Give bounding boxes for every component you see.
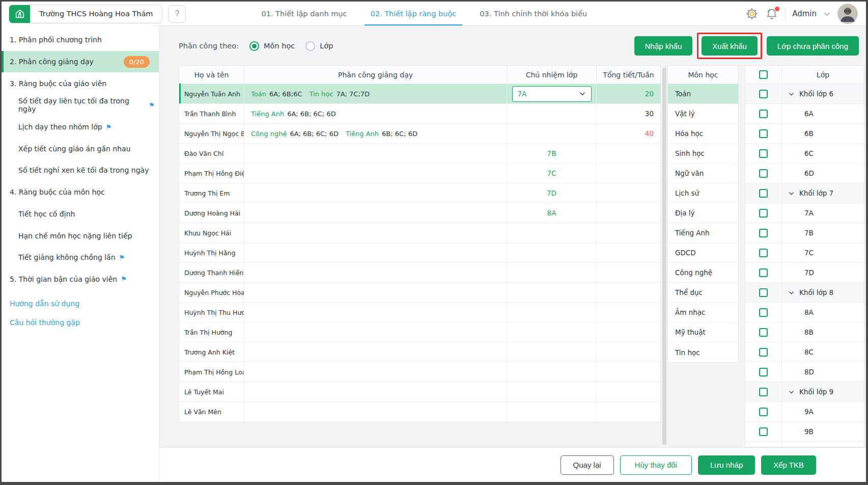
class-checkbox[interactable] <box>759 348 768 357</box>
back-button[interactable]: Quay lại <box>561 455 614 475</box>
chevron-down-icon[interactable] <box>823 10 831 18</box>
table-row[interactable]: Lê Tuyết Mai <box>179 382 660 402</box>
export-button[interactable]: Xuất khẩu <box>702 36 758 56</box>
table-row[interactable]: Đào Văn Chí7B <box>179 144 660 164</box>
class-checkbox[interactable] <box>759 149 768 158</box>
class-row[interactable]: 6A <box>745 104 864 124</box>
class-row[interactable]: 9B <box>745 422 864 442</box>
chevron-down-icon[interactable] <box>788 289 795 296</box>
cancel-changes-button[interactable]: Hủy thay đổi <box>620 455 692 475</box>
avatar[interactable] <box>837 4 858 24</box>
settings-button[interactable] <box>745 7 759 20</box>
class-row[interactable]: 7C <box>745 243 864 263</box>
table-row[interactable]: Huỳnh Thị Thu Hương <box>179 303 660 322</box>
sidebar-item[interactable]: Hạn chế môn học nặng liên tiếp <box>2 225 159 247</box>
class-checkbox[interactable] <box>759 169 768 178</box>
class-row[interactable]: Khối lớp 9 <box>745 382 864 402</box>
sidebar-link[interactable]: Câu hỏi thường gặp <box>2 313 159 332</box>
sidebar-link[interactable]: Hướng dẫn sử dụng <box>2 294 159 313</box>
notifications-button[interactable] <box>765 7 778 20</box>
select-all-checkbox[interactable] <box>759 70 768 79</box>
class-checkbox[interactable] <box>759 90 768 98</box>
class-checkbox[interactable] <box>759 249 768 257</box>
subject-item[interactable]: Sinh học <box>668 144 738 164</box>
class-checkbox[interactable] <box>759 229 768 237</box>
class-row[interactable]: Khối lớp 6 <box>745 84 864 104</box>
radio-unselected-icon[interactable] <box>305 41 315 51</box>
class-row[interactable] <box>745 442 864 447</box>
help-button[interactable]: ? <box>168 5 186 23</box>
class-checkbox[interactable] <box>759 268 768 277</box>
class-row[interactable]: 6D <box>745 164 864 183</box>
tab-step-1[interactable]: 01. Thiết lập danh mục <box>261 2 347 26</box>
class-row[interactable]: 6B <box>745 124 864 144</box>
sidebar-item[interactable]: 3. Ràng buộc của giáo viên <box>2 72 159 94</box>
table-row[interactable]: Nguyễn Tuấn AnhToán6A; 6B;6CTin học7A; 7… <box>179 84 660 104</box>
class-checkbox[interactable] <box>759 388 768 396</box>
chevron-down-icon[interactable] <box>788 190 795 197</box>
class-row[interactable]: 8C <box>745 342 864 362</box>
table-row[interactable]: Trần Thanh BìnhTiếng Anh6A; 6B; 6C; 6D30 <box>179 104 660 124</box>
radio-selected-icon[interactable] <box>249 41 259 51</box>
class-checkbox[interactable] <box>759 209 768 218</box>
class-checkbox[interactable] <box>759 129 768 138</box>
sidebar-item[interactable]: Số tiết dạy liên tục tối đa trong ngày⚑ <box>2 94 159 116</box>
class-checkbox[interactable] <box>759 328 768 337</box>
unassigned-classes-button[interactable]: Lớp chưa phân công <box>767 36 859 56</box>
table-row[interactable]: Trương Thị Em7D <box>179 183 660 203</box>
table-row[interactable]: Nguyễn Phước Hòa <box>179 283 660 303</box>
table-row[interactable]: Phạm Thị Hồng Điệp7C <box>179 164 660 183</box>
save-draft-button[interactable]: Lưu nháp <box>698 455 755 475</box>
sidebar-item[interactable]: 2. Phân công giảng dạy0/20 <box>2 51 159 73</box>
subject-item[interactable]: Tin học <box>668 342 738 362</box>
subject-item[interactable]: Tiếng Anh <box>668 223 738 243</box>
radio-option[interactable]: Môn học <box>239 41 295 51</box>
table-row[interactable]: Dương Hoàng Hải8A <box>179 203 660 223</box>
generate-timetable-button[interactable]: Xếp TKB <box>761 455 816 475</box>
sidebar-item[interactable]: 5. Thời gian bận của giáo viên⚑ <box>2 268 159 290</box>
table-row[interactable]: Khưu Ngọc Hải <box>179 223 660 243</box>
subject-item[interactable]: Âm nhạc <box>668 303 738 322</box>
tab-step-3[interactable]: 03. Tinh chỉnh thời khóa biểu <box>480 2 587 26</box>
table-row[interactable]: Trần Thị Hường <box>179 322 660 342</box>
class-row[interactable]: 8B <box>745 322 864 342</box>
homeroom-select[interactable]: 7A <box>512 86 592 102</box>
class-row[interactable]: 8A <box>745 303 864 322</box>
table-row[interactable]: Lê Văn Mên <box>179 402 660 422</box>
tab-step-2[interactable]: 02. Thiết lập ràng buộc <box>371 2 457 26</box>
sidebar-item[interactable]: 1. Phân phối chương trình <box>2 29 159 51</box>
subject-item[interactable]: Công nghệ <box>668 263 738 283</box>
class-row[interactable]: 6C <box>745 144 864 164</box>
class-row[interactable]: Khối lớp 7 <box>745 183 864 203</box>
subject-item[interactable]: Địa lý <box>668 203 738 223</box>
subject-item[interactable]: Toán <box>668 84 738 104</box>
import-button[interactable]: Nhập khẩu <box>634 36 693 56</box>
subject-item[interactable]: Lịch sử <box>668 183 738 203</box>
class-row[interactable]: 9A <box>745 402 864 422</box>
class-row[interactable]: 7B <box>745 223 864 243</box>
subject-item[interactable]: Thể dục <box>668 283 738 303</box>
chevron-down-icon[interactable] <box>788 91 795 97</box>
class-row[interactable]: 7A <box>745 203 864 223</box>
table-row[interactable]: Phạm Thị Hồng Loan <box>179 362 660 382</box>
class-checkbox[interactable] <box>759 110 768 118</box>
class-checkbox[interactable] <box>759 189 768 198</box>
class-checkbox[interactable] <box>759 427 768 436</box>
sidebar-item[interactable]: Số tiết nghỉ xen kẽ tối đa trong ngày <box>2 159 159 181</box>
class-checkbox[interactable] <box>759 368 768 376</box>
sidebar-item[interactable]: 4. Ràng buộc của môn học <box>2 181 159 203</box>
class-row[interactable]: 7D <box>745 263 864 283</box>
sidebar-item[interactable]: Lịch dạy theo nhóm lớp⚑ <box>2 116 159 138</box>
subject-item[interactable]: Ngữ văn <box>668 164 738 183</box>
class-row[interactable]: 8D <box>745 362 864 382</box>
sidebar-item[interactable]: Xếp tiết cùng giáo án gần nhau <box>2 138 159 159</box>
chevron-down-icon[interactable] <box>788 389 795 395</box>
table-row[interactable]: Nguyễn Thị Ngọc BíchCông nghệ6A; 6B; 6C;… <box>179 124 660 144</box>
class-row[interactable]: Khối lớp 8 <box>745 283 864 303</box>
table-row[interactable]: Dương Thanh Hiền <box>179 263 660 283</box>
class-checkbox[interactable] <box>759 308 768 317</box>
class-checkbox[interactable] <box>759 408 768 416</box>
subject-item[interactable]: Hóa học <box>668 124 738 144</box>
subject-item[interactable]: GDCD <box>668 243 738 263</box>
class-checkbox[interactable] <box>759 288 768 297</box>
